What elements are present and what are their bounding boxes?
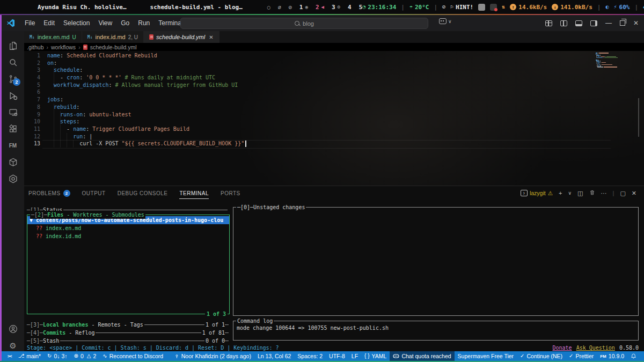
lazygit-commits-panel[interactable]: ─[4]─Commits - Reflog1 of 81	[27, 329, 229, 337]
workspace-2[interactable]: 2◀	[316, 4, 324, 11]
toggle-panel-icon[interactable]	[575, 20, 582, 26]
menu-go[interactable]: Go	[116, 18, 134, 28]
gitlens-blame[interactable]: Noor Khafidzin (2 days ago)	[171, 351, 254, 361]
activitybar-container[interactable]	[2, 154, 24, 170]
menu-file[interactable]: File	[20, 18, 39, 28]
remote-indicator[interactable]: ><	[4, 351, 15, 361]
indentation[interactable]: Spaces: 2	[294, 351, 326, 361]
notifications-bell[interactable]	[627, 351, 640, 361]
terminal-lazygit[interactable]: ─[1]─Status─[3]─Local branches - Remotes…	[27, 200, 640, 351]
more-actions-icon[interactable]: ⋯	[601, 190, 607, 197]
close-panel-icon[interactable]: ✕	[632, 190, 636, 197]
net-upload[interactable]: ↑14.6kB/s	[510, 4, 547, 11]
problems-errors[interactable]: ⊗0	[71, 351, 87, 361]
workspace-label: 5	[359, 4, 363, 11]
new-terminal-button[interactable]: +	[559, 190, 562, 196]
breadcrumb-folder[interactable]: .github	[27, 44, 44, 50]
activitybar-fm[interactable]: FM	[2, 137, 24, 153]
net-download[interactable]: ↓141.0kB/s	[552, 4, 592, 11]
activitybar-extensions[interactable]	[2, 121, 24, 137]
tab-index.id.md[interactable]: M↓index.id.md2, U	[82, 31, 144, 43]
encoding[interactable]: UTF-8	[326, 351, 348, 361]
split-terminal-icon[interactable]: ◫	[577, 190, 583, 197]
close-tab-icon[interactable]: ✕	[209, 34, 213, 40]
chat-icon	[439, 18, 447, 24]
night-light[interactable]: ◐	[605, 4, 609, 10]
code-editor[interactable]: 12345678910111213 name: Scheduled Cloudf…	[24, 51, 644, 186]
copilot-status[interactable]: Chat quota reached	[390, 351, 454, 361]
panel-tab-terminal[interactable]: TERMINAL	[179, 187, 209, 199]
prettier-status[interactable]: ✓Prettier	[566, 351, 597, 361]
menu-run[interactable]: Run	[134, 18, 154, 28]
lazygit-unstaged-panel: ─[0]─Unstaged changes	[233, 207, 639, 316]
sync-status[interactable]: ↻0↓ 3↑	[44, 351, 71, 361]
close-button[interactable]: ✕	[633, 19, 639, 27]
menu-edit[interactable]: Edit	[39, 18, 59, 28]
kill-terminal-icon[interactable]	[589, 189, 595, 197]
menu-view[interactable]: View	[94, 18, 116, 28]
ask-question-link[interactable]: Ask Question	[576, 344, 615, 352]
split-editor-icon[interactable]	[560, 20, 567, 26]
panel-tab-ports[interactable]: PORTS	[221, 187, 240, 199]
restore-button[interactable]	[620, 20, 625, 26]
lazygit-branches-panel[interactable]: ─[3]─Local branches - Remotes - Tags1 of…	[27, 321, 229, 329]
eol[interactable]: LF	[348, 351, 361, 361]
tray-indicator-icon[interactable]: ◯	[267, 4, 270, 10]
continue-status[interactable]: ✓Continue (NE)	[517, 351, 566, 361]
workspace-4[interactable]: 4	[348, 4, 352, 11]
activitybar-source-control[interactable]: 2	[2, 71, 24, 87]
toggle-sidebar-icon[interactable]	[590, 20, 597, 26]
activitybar-explorer[interactable]	[2, 38, 24, 54]
tray-indicator-icon[interactable]: ⊘	[289, 4, 292, 10]
activitybar-search[interactable]	[2, 54, 24, 70]
lazygit-version: 0.58.0	[619, 344, 639, 352]
workspace-1[interactable]: 1◉	[299, 4, 308, 11]
activitybar-run-debug[interactable]	[2, 87, 24, 104]
panel-tab-debug-console[interactable]: DEBUG CONSOLE	[118, 187, 168, 199]
tray-app-1-icon[interactable]	[478, 4, 485, 11]
workspace-switcher: ◯∅⊘1◉2◀3⊙45	[267, 4, 362, 11]
minimize-button[interactable]: —	[605, 19, 612, 27]
net-device[interactable]: ⇅	[502, 4, 505, 10]
weather[interactable]: ☂20°C	[409, 4, 429, 11]
breadcrumb-folder[interactable]: workflows	[51, 44, 76, 50]
hint[interactable]: ⚐HINT!	[450, 4, 473, 11]
cursor-position[interactable]: Ln 13, Col 62	[254, 351, 294, 361]
fm-version[interactable]: FM10.9.0	[597, 351, 627, 361]
menu-selection[interactable]: Selection	[59, 18, 94, 28]
clock[interactable]: ◔23:16:34	[362, 4, 396, 11]
discord-reconnect[interactable]: ∿Reconnect to Discord	[99, 351, 166, 361]
tab-schedule-build.yml[interactable]: schedule-build.yml✕	[144, 31, 219, 43]
workspace-3[interactable]: 3⊙	[332, 4, 340, 11]
command-center-search[interactable]: blog	[180, 18, 428, 29]
battery[interactable]: ⚡60%	[614, 4, 630, 11]
text-cursor	[245, 141, 246, 147]
language-mode[interactable]: { }YAML	[361, 351, 390, 361]
donate-link[interactable]: Donate	[553, 344, 572, 352]
supermaven-status[interactable]: Supermaven Free Tier	[455, 351, 517, 361]
scrollbar[interactable]	[638, 98, 639, 137]
panel-tab-output[interactable]: OUTPUT	[82, 187, 106, 199]
problems-warnings[interactable]: △2	[87, 351, 100, 361]
focused-window-title: schedule-build.yml - blog…	[150, 4, 243, 11]
minimap[interactable]	[596, 53, 621, 68]
lazygit-files-panel[interactable]: ─[2]─Files - Worktrees - Submodules▼ con…	[27, 215, 230, 314]
file-row[interactable]: ?? index.id.md	[27, 232, 229, 240]
workspace-5[interactable]: 5	[359, 4, 363, 11]
tray-app-2-icon[interactable]	[490, 4, 497, 11]
activitybar-accounts[interactable]	[2, 321, 24, 337]
panel-tab-problems[interactable]: PROBLEMS2	[28, 187, 70, 199]
tab-index.en.md[interactable]: M↓index.en.mdU	[24, 31, 82, 43]
terminal-dropdown-icon[interactable]: ∨	[568, 190, 572, 196]
tray-indicator-icon[interactable]: ∅	[278, 4, 281, 10]
dnd-toggle[interactable]: ⊘	[442, 4, 445, 10]
file-row[interactable]: ?? index.en.md	[27, 224, 229, 232]
git-branch[interactable]: ⎇main*	[15, 351, 44, 361]
breadcrumb-file[interactable]: schedule-build.yml	[90, 44, 137, 50]
activitybar-hexagon[interactable]	[2, 171, 24, 187]
copilot-chat-button[interactable]: ∨	[439, 18, 452, 24]
customize-layout-icon[interactable]	[545, 20, 552, 26]
maximize-panel-icon[interactable]: ▢	[620, 190, 625, 197]
terminal-instance[interactable]: ❯ lazygit ⚠	[521, 190, 553, 196]
activitybar-remote-explorer[interactable]	[2, 104, 24, 120]
